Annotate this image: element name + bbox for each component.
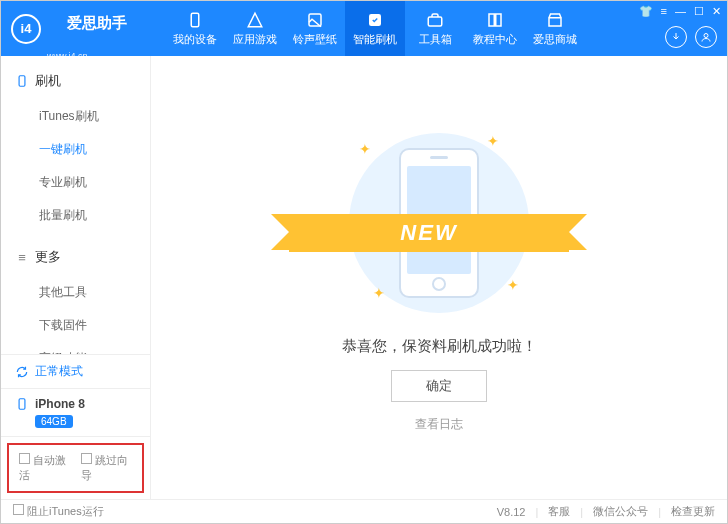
footer-link-update[interactable]: 检查更新 (671, 504, 715, 519)
footer-link-support[interactable]: 客服 (548, 504, 570, 519)
nav-store[interactable]: 爱思商城 (525, 1, 585, 56)
status-bar: 阻止iTunes运行 V8.12 | 客服 | 微信公众号 | 检查更新 (1, 499, 727, 523)
app-header: i4 爱思助手 www.i4.cn 我的设备 应用游戏 铃声壁纸 智能刷机 工具… (1, 1, 727, 56)
auto-activate-checkbox[interactable]: 自动激活 (19, 453, 71, 483)
sparkle-icon: ✦ (373, 285, 385, 301)
stop-itunes-checkbox[interactable]: 阻止iTunes运行 (13, 504, 104, 519)
svg-rect-0 (191, 13, 199, 27)
sparkle-icon: ✦ (507, 277, 519, 293)
sidebar-group-more[interactable]: ≡ 更多 (1, 242, 150, 272)
main-content: ✦ ✦ ✦ ✦ NEW 恭喜您，保资料刷机成功啦！ 确定 查看日志 (151, 56, 727, 499)
footer-link-wechat[interactable]: 微信公众号 (593, 504, 648, 519)
success-message: 恭喜您，保资料刷机成功啦！ (342, 337, 537, 356)
sidebar-group-flash[interactable]: 刷机 (1, 66, 150, 96)
version-label: V8.12 (497, 506, 526, 518)
device-capacity-badge: 64GB (35, 415, 73, 428)
download-icon[interactable] (665, 26, 687, 48)
sidebar: 刷机 iTunes刷机 一键刷机 专业刷机 批量刷机 ≡ 更多 其他工具 下载固… (1, 56, 151, 499)
sidebar-item-batch-flash[interactable]: 批量刷机 (1, 199, 150, 232)
sidebar-item-advanced[interactable]: 高级功能 (1, 342, 150, 354)
nav-tutorials[interactable]: 教程中心 (465, 1, 525, 56)
sidebar-item-pro-flash[interactable]: 专业刷机 (1, 166, 150, 199)
user-icon[interactable] (695, 26, 717, 48)
device-mode[interactable]: 正常模式 (1, 355, 150, 389)
sidebar-item-oneclick-flash[interactable]: 一键刷机 (1, 133, 150, 166)
close-icon[interactable]: ✕ (712, 5, 721, 18)
book-icon (486, 11, 504, 29)
nav-ringtones[interactable]: 铃声壁纸 (285, 1, 345, 56)
list-icon: ≡ (15, 250, 29, 264)
app-title: 爱思助手 (47, 0, 147, 52)
header-right-icons (665, 26, 717, 48)
apps-icon (246, 11, 264, 29)
sidebar-item-itunes-flash[interactable]: iTunes刷机 (1, 100, 150, 133)
phone-icon (186, 11, 204, 29)
device-phone-icon (15, 397, 29, 411)
store-icon (546, 11, 564, 29)
nav-my-device[interactable]: 我的设备 (165, 1, 225, 56)
window-controls: 👕 ≡ — ☐ ✕ (639, 5, 721, 18)
svg-point-4 (704, 34, 708, 38)
sidebar-item-other-tools[interactable]: 其他工具 (1, 276, 150, 309)
flash-options-highlighted: 自动激活 跳过向导 (7, 443, 144, 493)
sparkle-icon: ✦ (487, 133, 499, 149)
skin-icon[interactable]: 👕 (639, 5, 653, 18)
top-nav: 我的设备 应用游戏 铃声壁纸 智能刷机 工具箱 教程中心 爱思商城 (165, 1, 585, 56)
wallpaper-icon (306, 11, 324, 29)
menu-icon[interactable]: ≡ (661, 5, 667, 18)
confirm-button[interactable]: 确定 (391, 370, 487, 402)
sidebar-item-download-firmware[interactable]: 下载固件 (1, 309, 150, 342)
maximize-icon[interactable]: ☐ (694, 5, 704, 18)
device-name: iPhone 8 (35, 397, 85, 411)
nav-apps[interactable]: 应用游戏 (225, 1, 285, 56)
svg-rect-6 (19, 399, 25, 410)
toolbox-icon (426, 11, 444, 29)
phone-outline-icon (15, 74, 29, 88)
svg-rect-5 (19, 76, 25, 87)
new-ribbon: NEW (289, 214, 569, 252)
logo-badge: i4 (11, 14, 41, 44)
sparkle-icon: ✦ (359, 141, 371, 157)
device-info[interactable]: iPhone 8 64GB (1, 389, 150, 437)
nav-flash[interactable]: 智能刷机 (345, 1, 405, 56)
flash-icon (366, 11, 384, 29)
refresh-icon (15, 365, 29, 379)
minimize-icon[interactable]: — (675, 5, 686, 18)
skip-guide-checkbox[interactable]: 跳过向导 (81, 453, 133, 483)
svg-rect-3 (428, 17, 442, 26)
nav-toolbox[interactable]: 工具箱 (405, 1, 465, 56)
app-url: www.i4.cn (47, 52, 147, 62)
success-illustration: ✦ ✦ ✦ ✦ NEW (339, 123, 539, 323)
app-logo: i4 爱思助手 www.i4.cn (11, 0, 147, 62)
view-log-link[interactable]: 查看日志 (415, 416, 463, 433)
